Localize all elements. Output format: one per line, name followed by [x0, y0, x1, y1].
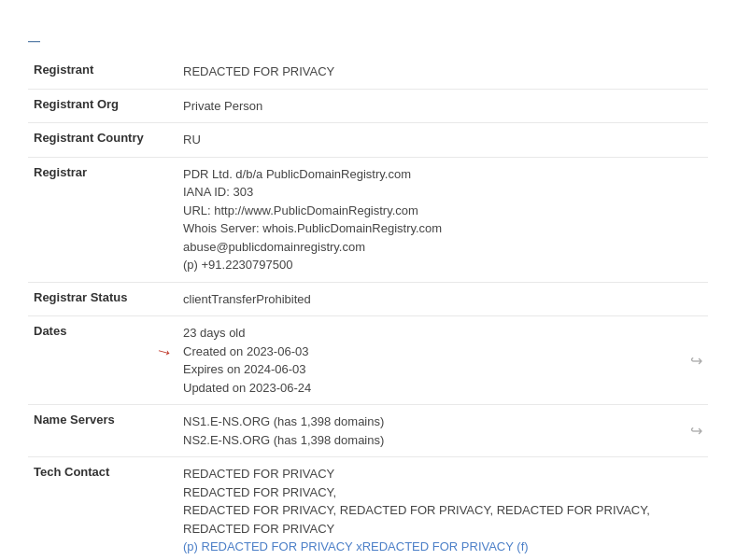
section-header: —	[28, 34, 708, 48]
label-name-servers: Name Servers	[28, 405, 177, 457]
action-registrar	[680, 157, 708, 282]
table-row: Registrant CountryRU	[28, 123, 708, 158]
label-registrant: Registrant	[28, 55, 177, 89]
table-row: RegistrantREDACTED FOR PRIVACY	[28, 55, 708, 89]
value-registrar: PDR Ltd. d/b/a PublicDomainRegistry.comI…	[177, 157, 680, 282]
action-registrant-org	[680, 89, 708, 123]
value-name-servers: NS1.E-NS.ORG (has 1,398 domains)NS2.E-NS…	[177, 405, 680, 457]
whois-table: RegistrantREDACTED FOR PRIVACYRegistrant…	[28, 55, 708, 560]
label-registrant-org: Registrant Org	[28, 89, 177, 123]
action-registrar-status	[680, 282, 708, 316]
action-registrant-country	[680, 123, 708, 158]
forward-arrow-icon[interactable]: ↪	[690, 353, 702, 369]
action-name-servers[interactable]: ↪	[680, 405, 708, 457]
value-tech-contact: REDACTED FOR PRIVACYREDACTED FOR PRIVACY…	[177, 457, 680, 561]
table-row: Registrant OrgPrivate Person	[28, 89, 708, 123]
forward-arrow-icon[interactable]: ↪	[690, 423, 702, 439]
value-registrant-country: RU	[177, 123, 680, 158]
table-row: Tech ContactREDACTED FOR PRIVACYREDACTED…	[28, 457, 708, 561]
value-dates: →23 days oldCreated on 2023-06-03Expires…	[177, 316, 680, 405]
label-registrant-country: Registrant Country	[28, 123, 177, 158]
action-dates[interactable]: ↪	[680, 316, 708, 405]
action-registrant	[680, 55, 708, 89]
table-row: Registrar StatusclientTransferProhibited	[28, 282, 708, 316]
value-registrar-status: clientTransferProhibited	[177, 282, 680, 316]
label-tech-contact: Tech Contact	[28, 457, 177, 561]
table-row: Name ServersNS1.E-NS.ORG (has 1,398 doma…	[28, 405, 708, 457]
table-row: RegistrarPDR Ltd. d/b/a PublicDomainRegi…	[28, 157, 708, 282]
label-registrar-status: Registrar Status	[28, 282, 177, 316]
action-tech-contact	[680, 457, 708, 561]
value-registrant: REDACTED FOR PRIVACY	[177, 55, 680, 89]
label-registrar: Registrar	[28, 157, 177, 282]
table-row: Dates→23 days oldCreated on 2023-06-03Ex…	[28, 316, 708, 405]
value-registrant-org: Private Person	[177, 89, 680, 123]
